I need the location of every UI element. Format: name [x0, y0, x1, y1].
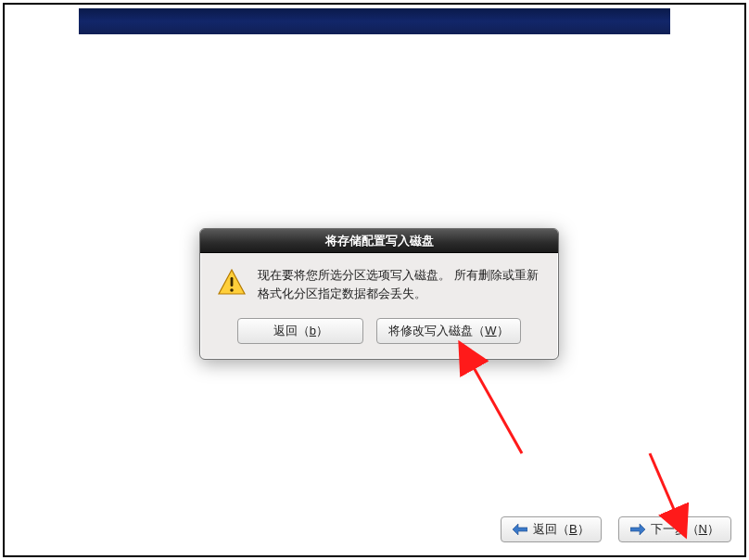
dialog-write-button[interactable]: 将修改写入磁盘（W）	[376, 318, 520, 344]
write-storage-dialog: 将存储配置写入磁盘 现在要将您所选分区选项写入磁盘。 所有删除或重新格式化分区指…	[199, 228, 559, 360]
dialog-button-row: 返回（b） 将修改写入磁盘（W）	[217, 318, 541, 344]
warning-icon	[217, 268, 247, 298]
svg-rect-1	[231, 277, 234, 286]
dialog-title: 将存储配置写入磁盘	[325, 233, 434, 249]
svg-point-2	[230, 288, 234, 292]
annotation-arrow-to-next	[650, 453, 676, 514]
button-label: 返回（b）	[273, 323, 328, 339]
dialog-message-row: 现在要将您所选分区选项写入磁盘。 所有删除或重新格式化分区指定数据都会丢失。	[217, 266, 541, 303]
dialog-back-button[interactable]: 返回（b）	[237, 318, 363, 344]
installer-window: 将存储配置写入磁盘 现在要将您所选分区选项写入磁盘。 所有删除或重新格式化分区指…	[3, 3, 746, 557]
wizard-next-button[interactable]: 下一步（N）	[618, 516, 731, 542]
dialog-titlebar: 将存储配置写入磁盘	[200, 229, 558, 253]
button-label: 返回（B）	[533, 521, 590, 538]
button-label: 将修改写入磁盘（W）	[388, 323, 508, 339]
button-label: 下一步（N）	[651, 521, 719, 538]
wizard-nav-bar: 返回（B） 下一步（N）	[501, 516, 731, 542]
arrow-right-icon	[630, 524, 645, 535]
dialog-body: 现在要将您所选分区选项写入磁盘。 所有删除或重新格式化分区指定数据都会丢失。 返…	[200, 253, 558, 359]
arrow-left-icon	[513, 524, 527, 535]
wizard-back-button[interactable]: 返回（B）	[501, 516, 602, 542]
top-banner	[79, 8, 670, 34]
annotation-arrow-to-write	[472, 364, 522, 453]
dialog-message: 现在要将您所选分区选项写入磁盘。 所有删除或重新格式化分区指定数据都会丢失。	[258, 266, 541, 303]
